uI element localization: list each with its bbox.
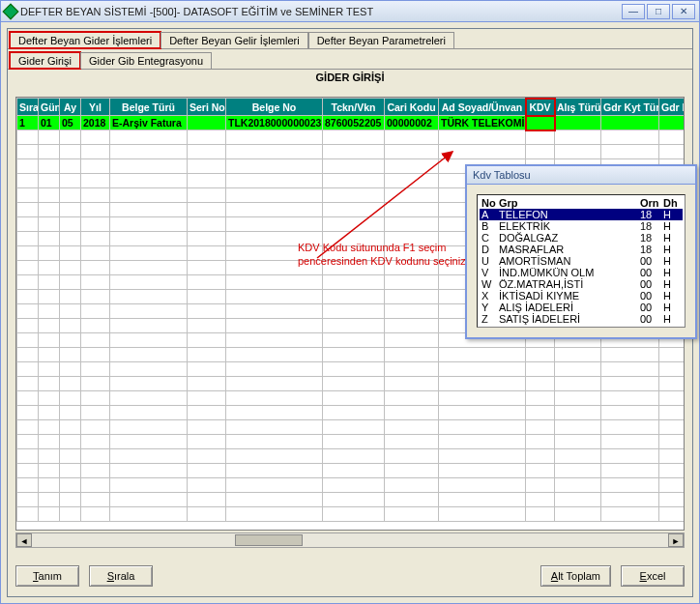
table-cell[interactable] [110, 130, 188, 145]
table-cell[interactable] [81, 420, 110, 435]
table-cell[interactable] [601, 348, 659, 362]
table-cell[interactable] [110, 391, 188, 406]
table-cell[interactable] [555, 348, 601, 362]
table-cell[interactable] [188, 391, 226, 406]
table-cell[interactable] [555, 391, 601, 406]
table-cell[interactable] [188, 145, 226, 159]
table-cell[interactable] [226, 275, 323, 290]
table-cell[interactable] [81, 130, 110, 145]
table-cell[interactable] [439, 362, 526, 377]
table-cell[interactable] [81, 159, 110, 174]
table-cell[interactable] [226, 174, 323, 188]
table-cell[interactable] [601, 406, 659, 420]
table-cell[interactable] [17, 159, 39, 174]
table-cell[interactable] [323, 449, 385, 464]
table-cell[interactable] [439, 130, 526, 145]
left-button-0[interactable]: Tanım [15, 565, 79, 587]
table-cell[interactable] [323, 377, 385, 391]
col-header[interactable]: Ay [60, 99, 81, 116]
table-cell[interactable] [526, 420, 555, 435]
table-cell[interactable] [39, 362, 60, 377]
table-cell[interactable] [659, 406, 685, 420]
table-row[interactable] [17, 406, 685, 420]
table-row[interactable] [17, 449, 685, 464]
table-cell[interactable] [81, 304, 110, 319]
table-cell[interactable] [385, 348, 439, 362]
table-cell[interactable]: 1 [17, 116, 39, 130]
table-cell[interactable] [323, 406, 385, 420]
table-cell[interactable] [439, 391, 526, 406]
table-cell[interactable] [385, 203, 439, 217]
table-cell[interactable] [659, 348, 685, 362]
table-cell[interactable] [555, 377, 601, 391]
table-cell[interactable] [385, 188, 439, 203]
table-cell[interactable] [188, 333, 226, 348]
col-header[interactable]: Yıl [81, 99, 110, 116]
table-cell[interactable] [110, 348, 188, 362]
table-cell[interactable] [323, 333, 385, 348]
table-row[interactable] [17, 464, 685, 478]
table-cell[interactable] [60, 232, 81, 246]
table-cell[interactable] [226, 362, 323, 377]
table-cell[interactable] [188, 159, 226, 174]
table-cell[interactable]: 2018 [81, 116, 110, 130]
table-cell[interactable] [385, 478, 439, 493]
table-cell[interactable] [17, 246, 39, 261]
table-row[interactable] [17, 493, 685, 507]
table-cell[interactable] [60, 130, 81, 145]
table-cell[interactable] [226, 188, 323, 203]
table-cell[interactable] [60, 348, 81, 362]
close-button[interactable]: ✕ [672, 4, 695, 19]
table-cell[interactable] [60, 362, 81, 377]
table-cell[interactable] [188, 188, 226, 203]
table-row[interactable] [17, 420, 685, 435]
table-cell[interactable] [81, 261, 110, 275]
table-row[interactable] [17, 435, 685, 449]
table-cell[interactable] [17, 232, 39, 246]
table-cell[interactable] [110, 377, 188, 391]
table-cell[interactable] [39, 464, 60, 478]
table-cell[interactable] [39, 420, 60, 435]
table-cell[interactable] [439, 348, 526, 362]
table-cell[interactable] [60, 319, 81, 333]
table-cell[interactable] [60, 478, 81, 493]
table-cell[interactable] [323, 232, 385, 246]
table-cell[interactable] [17, 203, 39, 217]
kdv-row[interactable]: ATELEFON18H [480, 209, 683, 220]
table-cell[interactable] [39, 493, 60, 507]
table-cell[interactable] [659, 464, 685, 478]
table-row[interactable] [17, 130, 685, 145]
table-cell[interactable] [17, 319, 39, 333]
table-cell[interactable] [81, 449, 110, 464]
table-cell[interactable] [323, 159, 385, 174]
table-cell[interactable] [39, 232, 60, 246]
table-cell[interactable] [323, 188, 385, 203]
table-cell[interactable] [385, 275, 439, 290]
table-cell[interactable] [39, 478, 60, 493]
table-cell[interactable] [188, 507, 226, 522]
table-cell[interactable] [555, 507, 601, 522]
table-cell[interactable] [226, 203, 323, 217]
table-cell[interactable] [81, 275, 110, 290]
table-cell[interactable] [188, 304, 226, 319]
table-cell[interactable] [385, 391, 439, 406]
table-cell[interactable] [526, 362, 555, 377]
table-cell[interactable] [39, 174, 60, 188]
table-cell[interactable] [555, 116, 601, 130]
table-cell[interactable] [555, 493, 601, 507]
table-cell[interactable] [555, 435, 601, 449]
table-cell[interactable] [323, 217, 385, 232]
col-header[interactable]: Gdr Kyt Türü [601, 99, 659, 116]
table-cell[interactable] [385, 145, 439, 159]
table-cell[interactable] [659, 362, 685, 377]
kdv-row[interactable]: CDOĞALGAZ18H [480, 232, 683, 244]
table-cell[interactable] [110, 203, 188, 217]
table-cell[interactable] [385, 464, 439, 478]
table-row[interactable] [17, 145, 685, 159]
table-cell[interactable] [81, 232, 110, 246]
table-cell[interactable] [17, 391, 39, 406]
table-cell[interactable] [17, 377, 39, 391]
table-cell[interactable] [188, 290, 226, 304]
table-cell[interactable] [81, 377, 110, 391]
tab-main-0[interactable]: Defter Beyan Gider İşlemleri [10, 32, 160, 48]
